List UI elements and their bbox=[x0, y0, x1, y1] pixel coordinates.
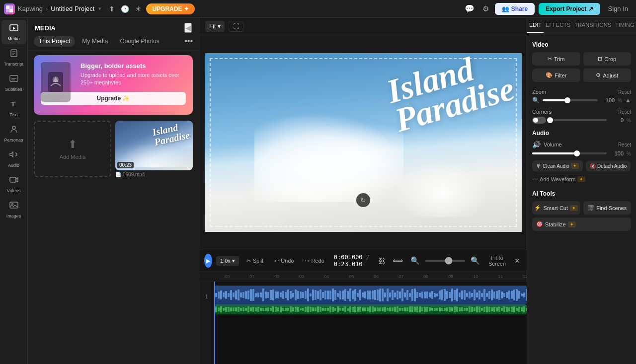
videos-label: Videos bbox=[7, 188, 20, 193]
media-item-0[interactable]: IslandParadise 00:23 📄 0609.mp4 bbox=[115, 121, 193, 177]
speed-button[interactable]: 1.0x ▾ bbox=[216, 256, 239, 266]
zoom-slider[interactable] bbox=[425, 260, 465, 262]
stabilize-button[interactable]: 🎯 Stabilize ✦ bbox=[532, 218, 631, 231]
volume-section: 🔊 Volume Reset 100 % bbox=[532, 141, 631, 156]
tab-this-project[interactable]: This Project bbox=[34, 36, 75, 47]
videos-icon bbox=[9, 175, 19, 187]
tab-transitions[interactable]: TRANSITIONS bbox=[572, 18, 613, 33]
brand-name: Kapwing bbox=[18, 5, 43, 12]
refresh-button[interactable]: ↻ bbox=[356, 193, 370, 207]
corners-toggle[interactable] bbox=[532, 117, 546, 124]
adjust-icon: ⚙ bbox=[596, 72, 601, 78]
zoom-reset[interactable]: Reset bbox=[618, 89, 631, 95]
sidebar-item-subtitles[interactable]: Subtitles bbox=[1, 71, 26, 95]
fit-dropdown[interactable]: Fit ▾ bbox=[205, 21, 225, 32]
volume-track[interactable] bbox=[532, 152, 607, 154]
add-media-tile[interactable]: ⬆ Add Media bbox=[34, 121, 111, 177]
zoom-out-button[interactable]: 🔍 bbox=[409, 255, 421, 267]
expand-canvas-button[interactable]: ⛶ bbox=[229, 21, 243, 32]
tab-google-photos[interactable]: Google Photos bbox=[115, 36, 164, 47]
split-tracks-button[interactable]: ⛓ bbox=[377, 255, 387, 267]
find-scenes-button[interactable]: 🎬 Find Scenes bbox=[583, 201, 632, 215]
smart-cut-button[interactable]: ⚡ Smart Cut ✦ bbox=[532, 201, 580, 215]
upload-button[interactable]: ⬆ bbox=[107, 3, 116, 14]
undo-icon: ↩ bbox=[274, 258, 279, 264]
detach-audio-button[interactable]: 🔇 Detach Audio bbox=[586, 161, 631, 171]
transcript-label: Transcript bbox=[4, 62, 24, 67]
canvas-toolbar: Fit ▾ ⛶ bbox=[199, 18, 527, 35]
right-panel-tabs: EDIT EFFECTS TRANSITIONS TIMING bbox=[527, 18, 636, 33]
svg-rect-15 bbox=[10, 202, 18, 208]
sidebar-item-images[interactable]: Images bbox=[1, 197, 26, 221]
volume-reset[interactable]: Reset bbox=[618, 142, 631, 147]
add-waveform-button[interactable]: 〰 Add Waveform ✦ bbox=[532, 174, 585, 184]
tab-my-media[interactable]: My Media bbox=[77, 36, 113, 47]
stabilize-badge: ✦ bbox=[568, 221, 576, 227]
sidebar-item-audio[interactable]: Audio bbox=[1, 146, 26, 171]
project-name[interactable]: Untitled Project bbox=[51, 5, 94, 12]
share-button[interactable]: 👥 Share bbox=[495, 3, 535, 15]
tab-timing[interactable]: TIMING bbox=[613, 18, 636, 33]
undo-button[interactable]: ↩ Undo bbox=[271, 256, 297, 266]
sidebar-item-videos[interactable]: Videos bbox=[1, 172, 26, 196]
sidebar-item-personas[interactable]: Personas bbox=[1, 121, 26, 146]
media-panel: MEDIA ◀ This Project My Media Google Pho… bbox=[28, 18, 199, 364]
split-icon: ✂ bbox=[246, 258, 251, 264]
fit-tracks-button[interactable]: ⟺ bbox=[391, 255, 405, 267]
sidebar-item-text[interactable]: T Text bbox=[1, 96, 26, 120]
corners-track[interactable] bbox=[549, 119, 607, 121]
upgrade-card-title: Bigger, bolder assets bbox=[80, 62, 186, 70]
play-button[interactable]: ▶ bbox=[204, 254, 212, 268]
filter-button[interactable]: 🎨 Filter bbox=[532, 69, 580, 82]
zoom-track[interactable] bbox=[543, 99, 598, 101]
crop-button[interactable]: ⊡ Crop bbox=[583, 52, 632, 66]
media-collapse-button[interactable]: ◀ bbox=[184, 23, 192, 33]
zoom-value: 100 bbox=[601, 97, 615, 103]
close-timeline-button[interactable]: ✕ bbox=[513, 255, 522, 266]
svg-rect-1 bbox=[9, 9, 13, 12]
export-button[interactable]: Export Project ↗ bbox=[539, 3, 600, 15]
volume-icon: 🔊 bbox=[532, 141, 541, 148]
media-panel-header: MEDIA ◀ bbox=[28, 18, 199, 36]
signin-button[interactable]: Sign In bbox=[604, 3, 632, 14]
tab-effects[interactable]: EFFECTS bbox=[544, 18, 572, 33]
sidebar-item-transcript[interactable]: Transcript bbox=[1, 45, 26, 70]
zoom-label: Zoom bbox=[532, 89, 557, 95]
speed-label: 1.0x bbox=[220, 258, 231, 264]
zoom-in-button[interactable]: 🔍 bbox=[469, 255, 481, 267]
upgrade-button[interactable]: UPGRADE ✦ bbox=[146, 3, 194, 14]
upgrade-card: Bigger, bolder assets Upgrade to upload … bbox=[34, 55, 193, 115]
corners-reset[interactable]: Reset bbox=[618, 109, 631, 115]
svg-rect-14 bbox=[10, 177, 16, 182]
timeline-audio-clip[interactable] bbox=[214, 304, 527, 314]
canvas-frame[interactable]: IslandParadise ↻ bbox=[205, 53, 522, 232]
media-filename-0: 📄 0609.mp4 bbox=[115, 172, 193, 177]
logo-icon bbox=[4, 3, 15, 14]
fit-screen-button[interactable]: Fit to Screen bbox=[485, 253, 509, 268]
history-button[interactable]: 🕐 bbox=[119, 3, 131, 14]
sidebar-item-media[interactable]: Media bbox=[1, 20, 26, 44]
media-more-button[interactable]: ••• bbox=[184, 36, 193, 47]
media-thumb-0[interactable]: IslandParadise 00:23 bbox=[115, 121, 193, 170]
images-icon bbox=[9, 200, 19, 213]
adjust-button[interactable]: ⚙ Adjust bbox=[583, 69, 632, 82]
settings-button[interactable]: ⚙ bbox=[480, 2, 491, 15]
redo-button[interactable]: ↪ Redo bbox=[301, 256, 327, 266]
file-icon: 📄 bbox=[115, 172, 121, 177]
tab-edit[interactable]: EDIT bbox=[527, 18, 544, 33]
volume-thumb[interactable] bbox=[574, 150, 580, 156]
corners-thumb[interactable] bbox=[547, 117, 553, 123]
corners-section: Corners Reset 0 % bbox=[532, 109, 631, 124]
timeline-tracks: 1 bbox=[199, 282, 527, 364]
timeline-clip[interactable] bbox=[214, 286, 527, 304]
trim-button[interactable]: ✂ Trim bbox=[532, 52, 580, 66]
time-sep: / bbox=[366, 254, 370, 261]
theme-button[interactable]: ☀ bbox=[134, 3, 143, 14]
zoom-thumb[interactable] bbox=[564, 97, 570, 103]
volume-value: 100 bbox=[610, 150, 624, 156]
text-label: Text bbox=[9, 112, 18, 117]
svg-rect-3 bbox=[6, 9, 9, 12]
clean-audio-button[interactable]: 🎙 Clean Audio ✦ bbox=[532, 160, 583, 171]
split-button[interactable]: ✂ Split bbox=[243, 256, 267, 266]
chat-button[interactable]: 💬 bbox=[463, 2, 477, 15]
